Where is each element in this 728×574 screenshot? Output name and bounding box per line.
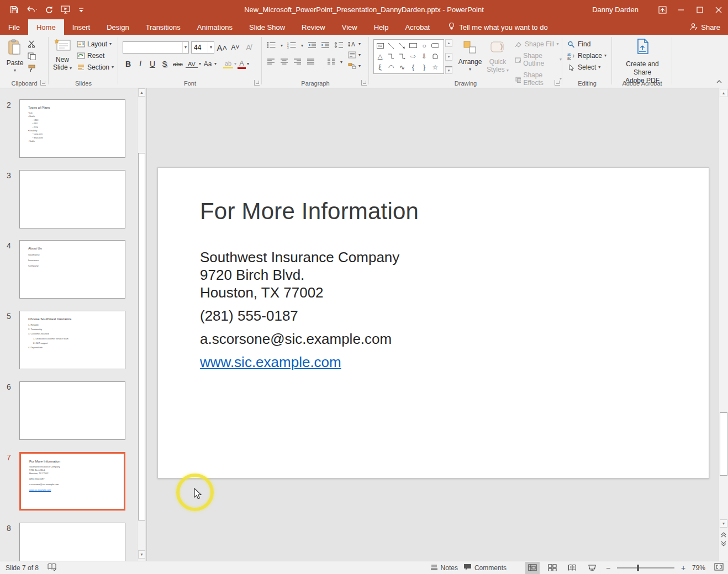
shape-fill-button[interactable]: Shape Fill▾ xyxy=(514,40,562,48)
undo-icon[interactable] xyxy=(26,6,37,14)
shape-rounded-rectangle-icon[interactable] xyxy=(430,40,441,51)
slideshow-view-button[interactable] xyxy=(585,562,599,574)
shape-corner-icon[interactable] xyxy=(430,51,441,62)
slide-5-thumbnail[interactable]: Choose Southwest Insurance 1. Reliable 2… xyxy=(19,311,125,369)
clipboard-dialog-launcher[interactable] xyxy=(40,80,46,86)
shape-arrow-icon[interactable] xyxy=(397,40,408,51)
tab-review[interactable]: Review xyxy=(293,19,334,35)
main-scroll-up-icon[interactable]: ▲ xyxy=(720,89,727,97)
collapse-ribbon-icon[interactable] xyxy=(716,78,722,86)
font-name-combo[interactable]: ▾ xyxy=(123,41,189,54)
shape-freeform-icon[interactable]: ξ xyxy=(374,62,386,73)
change-case-button[interactable]: Aa xyxy=(202,60,213,68)
maximize-button[interactable] xyxy=(690,0,709,19)
shape-gallery[interactable]: A≡ ○ △ ⇨ ⇩ ξ ◠ ∿ { } ☆ xyxy=(373,39,444,74)
account-name[interactable]: Danny Darden xyxy=(592,6,639,14)
layout-button[interactable]: Layout▾ xyxy=(77,40,114,48)
drawing-dialog-launcher[interactable] xyxy=(555,80,560,86)
slide-4-thumbnail[interactable]: About Us Southwest Insurance Company xyxy=(19,240,125,299)
shape-oval-icon[interactable]: ○ xyxy=(419,40,430,51)
notes-toggle[interactable]: Notes xyxy=(430,564,458,572)
numbering-dropdown-icon[interactable]: ▾ xyxy=(301,44,303,48)
find-button[interactable]: Find xyxy=(567,40,606,48)
tab-view[interactable]: View xyxy=(334,19,366,35)
main-scrollbar[interactable]: ▲ ▼ xyxy=(719,88,728,561)
paste-button[interactable]: Paste ▾ xyxy=(4,39,25,73)
shape-textbox-icon[interactable]: A≡ xyxy=(374,40,386,51)
character-spacing-button[interactable]: AV xyxy=(186,61,198,68)
slide-2-thumbnail[interactable]: Types of Plans Life Health HMO PPO POS D… xyxy=(19,99,125,158)
slide-7-thumbnail-selected[interactable]: For More Information Southwest Insurance… xyxy=(19,452,125,511)
fit-slide-to-window-icon[interactable] xyxy=(714,563,724,572)
text-direction-icon[interactable]: A▾ xyxy=(348,40,361,47)
font-size-input[interactable] xyxy=(192,42,208,53)
justify-icon[interactable] xyxy=(307,58,315,67)
shrink-font-icon[interactable]: A˅ xyxy=(230,44,241,51)
tab-file[interactable]: File xyxy=(0,19,28,35)
paragraph-dialog-launcher[interactable] xyxy=(361,80,367,86)
shape-outline-button[interactable]: Shape Outline▾ xyxy=(514,52,562,67)
shape-arc-icon[interactable]: ◠ xyxy=(386,62,397,73)
zoom-in-button[interactable]: + xyxy=(680,564,687,572)
tab-acrobat[interactable]: Acrobat xyxy=(397,19,438,35)
thumbnail-scrollbar-thumb[interactable] xyxy=(138,153,145,520)
font-color-button[interactable]: A xyxy=(238,59,246,69)
spell-check-icon[interactable] xyxy=(48,563,57,572)
tab-animations[interactable]: Animations xyxy=(189,19,241,35)
website-hyperlink[interactable]: www.sic.example.com xyxy=(200,353,399,371)
cut-icon[interactable] xyxy=(28,40,36,48)
align-left-icon[interactable] xyxy=(267,58,275,67)
customize-qat-icon[interactable] xyxy=(78,7,84,13)
decrease-indent-icon[interactable] xyxy=(308,41,316,50)
font-name-input[interactable] xyxy=(123,42,182,53)
reset-button[interactable]: Reset xyxy=(77,52,114,60)
normal-view-button[interactable] xyxy=(525,562,540,574)
align-center-icon[interactable] xyxy=(280,58,288,67)
shape-right-brace-icon[interactable]: } xyxy=(419,62,430,73)
shape-line-icon[interactable] xyxy=(386,40,397,51)
shape-star-icon[interactable]: ☆ xyxy=(430,62,441,73)
font-size-combo[interactable]: ▾ xyxy=(191,41,214,54)
arrange-button[interactable]: Arrange ▾ xyxy=(457,40,483,72)
thumbnail-scrollbar[interactable]: ▲ ▼ xyxy=(137,88,145,561)
copy-icon[interactable] xyxy=(28,52,36,60)
slide-sorter-view-button[interactable] xyxy=(545,562,560,574)
shape-elbow-arrow-icon[interactable] xyxy=(397,51,408,62)
main-scrollbar-thumb[interactable] xyxy=(720,412,727,476)
tab-insert[interactable]: Insert xyxy=(64,19,99,35)
shape-left-brace-icon[interactable]: { xyxy=(408,62,419,73)
slide-indicator[interactable]: Slide 7 of 8 xyxy=(6,564,39,572)
shapes-scroll-down-icon[interactable]: ▾ xyxy=(445,53,452,61)
shape-down-arrow-icon[interactable]: ⇩ xyxy=(419,51,430,62)
quick-styles-button[interactable]: QuickStyles ▾ xyxy=(486,40,510,73)
columns-dropdown-icon[interactable]: ▾ xyxy=(340,60,342,65)
previous-slide-icon[interactable] xyxy=(720,530,727,539)
slide-8-thumbnail[interactable] xyxy=(19,523,125,561)
paste-dropdown-icon[interactable]: ▾ xyxy=(14,68,16,73)
tab-help[interactable]: Help xyxy=(366,19,397,35)
slide-3-thumbnail[interactable] xyxy=(19,170,125,228)
minimize-button[interactable] xyxy=(672,0,690,19)
font-color-dropdown-icon[interactable]: ▾ xyxy=(247,62,249,66)
section-button[interactable]: Section▾ xyxy=(77,63,114,71)
share-button[interactable]: Share xyxy=(690,19,720,35)
text-highlight-dropdown-icon[interactable]: ▾ xyxy=(234,62,236,66)
slide-canvas[interactable]: For More Information Southwest Insurance… xyxy=(157,167,709,479)
zoom-slider-thumb[interactable] xyxy=(637,565,639,571)
bullets-icon[interactable] xyxy=(267,41,276,50)
create-share-pdf-button[interactable]: Create and ShareAdobe PDF xyxy=(617,38,668,85)
reading-view-button[interactable] xyxy=(565,562,579,574)
text-shadow-button[interactable]: S xyxy=(159,60,170,68)
main-scroll-down-icon[interactable]: ▼ xyxy=(720,519,727,528)
zoom-out-button[interactable]: − xyxy=(605,564,611,572)
replace-button[interactable]: abacReplace▾ xyxy=(567,52,606,60)
slide-6-thumbnail[interactable] xyxy=(19,381,125,440)
strikethrough-button[interactable]: abc xyxy=(171,61,184,67)
new-slide-button[interactable]: NewSlide ▾ xyxy=(51,39,73,71)
line-spacing-icon[interactable] xyxy=(334,41,344,50)
convert-smartart-icon[interactable]: ▾ xyxy=(348,62,361,70)
tab-home[interactable]: Home xyxy=(28,19,64,35)
tab-transitions[interactable]: Transitions xyxy=(138,19,189,35)
shape-right-arrow-icon[interactable]: ⇨ xyxy=(408,51,419,62)
start-slideshow-icon[interactable] xyxy=(61,6,71,14)
